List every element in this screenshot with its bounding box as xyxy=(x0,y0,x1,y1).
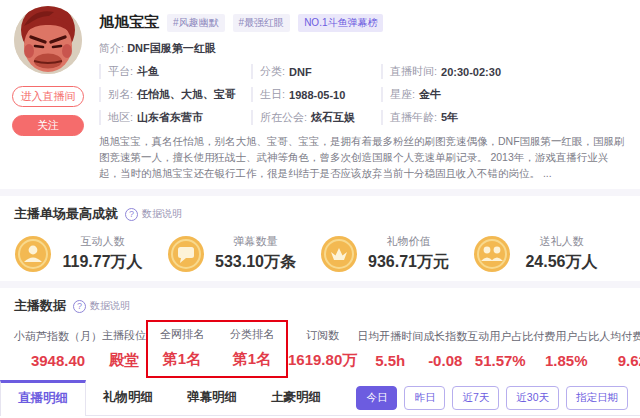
streamer-name-row: 旭旭宝宝 #风趣幽默 #最强红眼 NO.1斗鱼弹幕榜 xyxy=(99,6,628,32)
follow-button[interactable]: 关注 xyxy=(12,115,84,136)
intro-label: 简介: xyxy=(99,42,124,54)
info-alias: 别名:任怡旭、大旭、宝哥 xyxy=(99,87,251,102)
detail-tabs-bar: 直播明细 礼物明细 弹幕明细 土豪明细 今日 昨日 近7天 近30天 指定日期 xyxy=(0,380,640,416)
profile-info-grid: 平台:斗鱼 分类:DNF 直播时间:20:30-02:30 别名:任怡旭、大旭、… xyxy=(99,64,628,125)
date-filter-30days[interactable]: 近30天 xyxy=(506,386,559,410)
coin-user-icon xyxy=(14,235,52,273)
stat-streamer-tier: 主播段位 殿堂 xyxy=(102,328,146,370)
stat-hulu-index: 小葫芦指数（月） 3948.40 xyxy=(14,329,102,369)
date-filter-custom[interactable]: 指定日期 xyxy=(566,386,628,410)
intro-row: 简介: DNF国服第一红眼 xyxy=(99,41,628,56)
rank-highlight-annotation-box: 全网排名 第1名 分类排名 第1名 xyxy=(146,320,288,378)
streamer-tag: #最强红眼 xyxy=(233,14,291,32)
profile-section: 进入直播间 关注 旭旭宝宝 #风趣幽默 #最强红眼 NO.1斗鱼弹幕榜 简介: … xyxy=(0,0,640,181)
tab-live-detail[interactable]: 直播明细 xyxy=(0,380,86,416)
coin-danmaku-icon xyxy=(167,235,205,273)
info-birthday: 生日:1988-05-10 xyxy=(251,87,381,102)
stat-growth-index: 成长指数 -0.08 xyxy=(423,329,467,369)
streamer-data-section: 主播数据 ? 数据说明 小葫芦指数（月） 3948.40 主播段位 殿堂 全网排… xyxy=(0,288,640,371)
streamer-tag: #风趣幽默 xyxy=(167,14,225,32)
intro-value: DNF国服第一红眼 xyxy=(127,42,216,54)
date-filter-group: 今日 昨日 近7天 近30天 指定日期 xyxy=(356,386,628,410)
info-category: 分类:DNF xyxy=(251,64,381,79)
coin-sender-icon xyxy=(473,235,511,273)
stat-interaction-ratio: 互动用户占比 51.57% xyxy=(467,329,533,369)
question-circle-icon: ? xyxy=(125,208,138,221)
tab-danmaku-detail[interactable]: 弹幕明细 xyxy=(170,380,254,415)
achievements-section: 主播单场最高成就 ? 数据说明 互动人数 119.77万人 弹幕数量 533.1 xyxy=(0,196,640,273)
streamer-name: 旭旭宝宝 xyxy=(99,13,159,32)
streamer-data-help-link[interactable]: ? 数据说明 xyxy=(73,299,130,313)
stat-daily-hours: 日均开播时间 5.5h xyxy=(357,329,423,369)
info-live-age: 直播年龄:5年 xyxy=(381,110,628,125)
date-filter-today[interactable]: 今日 xyxy=(356,386,397,410)
achievements-title: 主播单场最高成就 xyxy=(14,205,118,223)
info-zodiac: 星座:金牛 xyxy=(381,87,628,102)
info-region: 地区:山东省东营市 xyxy=(99,110,251,125)
info-platform: 平台:斗鱼 xyxy=(99,64,251,79)
info-guild: 所在公会:炫石互娱 xyxy=(251,110,381,125)
achievements-help-link[interactable]: ? 数据说明 xyxy=(125,207,182,221)
achievement-item: 送礼人数 24.56万人 xyxy=(473,234,626,273)
avatar-cartoon-face-icon xyxy=(14,6,82,74)
coin-gift-icon xyxy=(320,235,358,273)
section-divider xyxy=(0,189,640,196)
info-live-time: 直播时间:20:30-02:30 xyxy=(381,64,628,79)
question-circle-icon: ? xyxy=(73,300,86,313)
section-divider xyxy=(0,281,640,288)
achievement-item: 互动人数 119.77万人 xyxy=(14,234,167,273)
streamer-avatar xyxy=(14,6,82,74)
tab-gift-detail[interactable]: 礼物明细 xyxy=(86,380,170,415)
tab-tycoon-detail[interactable]: 土豪明细 xyxy=(254,380,338,415)
stat-category-rank: 分类排名 第1名 xyxy=(230,327,274,369)
achievement-item: 礼物价值 936.71万元 xyxy=(320,234,473,273)
stat-avg-payment: 人均付费金额 9.62 xyxy=(599,329,640,369)
streamer-description: 旭旭宝宝，真名任怡旭，别名大旭、宝哥、宝宝，是拥有着最多粉丝的刷图竞速偶像，DN… xyxy=(99,134,628,181)
streamer-data-title: 主播数据 xyxy=(14,297,66,315)
enter-liveroom-button[interactable]: 进入直播间 xyxy=(12,86,84,107)
danmaku-rank-badge: NO.1斗鱼弹幕榜 xyxy=(298,14,383,32)
achievement-item: 弹幕数量 533.10万条 xyxy=(167,234,320,273)
stat-global-rank: 全网排名 第1名 xyxy=(160,327,204,369)
stat-paying-ratio: 付费用户占比 1.85% xyxy=(533,329,599,369)
stat-subscribers: 订阅数 1619.80万 xyxy=(288,328,357,370)
date-filter-yesterday[interactable]: 昨日 xyxy=(404,386,445,410)
date-filter-7days[interactable]: 近7天 xyxy=(452,386,499,410)
